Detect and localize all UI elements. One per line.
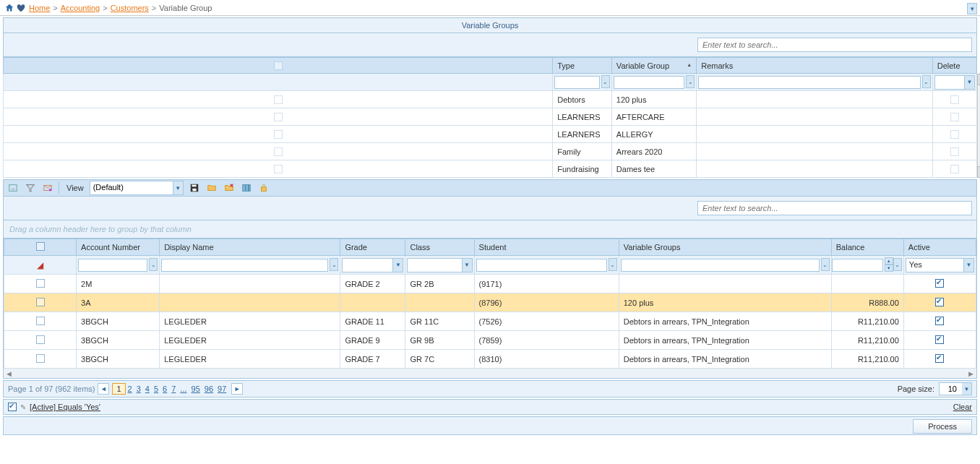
filter-icon[interactable]: ⌄ [601,75,610,88]
col-active[interactable]: Active [903,239,976,256]
filter-enabled-checkbox[interactable] [8,403,17,411]
pager-page-96[interactable]: 96 [202,384,215,393]
cell-delete[interactable] [932,160,976,178]
lower-search-input[interactable] [697,201,972,215]
pager-prev-icon[interactable]: ◄ [98,383,109,395]
upper-search-input[interactable] [697,38,972,52]
pager-page-95[interactable]: 95 [189,384,202,393]
breadcrumb-accounting[interactable]: Accounting [61,4,100,12]
upper-filter-delete: ▼ [932,74,976,91]
home-icon[interactable] [4,3,14,13]
save-icon[interactable] [188,181,201,194]
lower-checkbox-header[interactable] [4,239,77,256]
row-checkbox[interactable] [4,91,553,108]
filter-account-input[interactable] [78,259,147,272]
filter-student-input[interactable] [476,259,607,272]
filter-icon[interactable]: ⌄ [149,258,158,271]
scroll-track[interactable] [977,85,980,166]
pager-page-4[interactable]: 4 [143,384,152,393]
col-type[interactable]: Type [553,58,612,74]
process-button[interactable]: Process [913,419,972,434]
horizontal-scroll[interactable]: ◄► [3,369,977,379]
row-checkbox[interactable] [4,160,553,178]
cell-active[interactable] [903,312,976,331]
columns-icon[interactable] [240,181,253,194]
filter-active-dd[interactable]: Yes▼ [906,258,974,272]
cell-delete[interactable] [932,126,976,143]
filter-icon[interactable]: ⌄ [821,258,830,271]
row-checkbox[interactable] [4,331,77,350]
lock-icon[interactable] [257,181,270,194]
col-grade[interactable]: Grade [340,239,405,256]
col-variable-group[interactable]: Variable Group▲ [611,58,696,74]
scroll-down-icon[interactable]: ▼ [977,166,980,178]
pager-page-2[interactable]: 2 [126,384,134,393]
col-student[interactable]: Student [474,239,619,256]
folder-delete-icon[interactable] [223,181,236,194]
col-variable-groups[interactable]: Variable Groups [619,239,831,256]
row-checkbox[interactable] [4,293,77,312]
filter-type-input[interactable] [554,76,600,89]
row-checkbox[interactable] [4,312,77,331]
cell-delete[interactable] [932,108,976,126]
cell-active[interactable] [903,331,976,350]
clear-filters-icon[interactable]: ◢ [4,256,77,275]
filter-vg-input[interactable] [614,76,684,89]
row-checkbox[interactable] [4,108,553,126]
filter-icon[interactable]: ⌄ [609,258,617,271]
col-account-number[interactable]: Account Number [77,239,160,256]
col-display-name[interactable]: Display Name [160,239,340,256]
cell-active[interactable] [903,293,976,312]
filter-icon[interactable]: ⌄ [893,258,902,271]
upper-filter-vg: ⌄ [611,74,696,91]
folder-icon[interactable] [205,181,218,194]
col-delete[interactable]: Delete [932,58,976,74]
upper-filter-type: ⌄ [553,74,612,91]
filter-grade-dd[interactable]: ▼ [342,258,403,272]
filter-balance-input[interactable] [832,259,883,272]
upper-checkbox-header[interactable] [4,58,553,74]
cell-active[interactable] [903,350,976,369]
row-checkbox[interactable] [4,126,553,143]
pager-page-7[interactable]: 7 [169,384,178,393]
row-checkbox[interactable] [4,275,77,293]
filter-icon[interactable]: ⌄ [686,75,695,88]
pager-page-6[interactable]: 6 [160,384,169,393]
scroll-up-icon[interactable]: ▲ [977,74,980,85]
row-checkbox[interactable] [4,143,553,160]
pager-page-97[interactable]: 97 [215,384,228,393]
funnel-icon[interactable] [24,181,37,194]
cell-delete[interactable] [932,91,976,108]
col-class[interactable]: Class [405,239,474,256]
filter-edit-icon[interactable]: ✎ [20,403,26,411]
pager-page-5[interactable]: 5 [152,384,160,393]
cell-delete[interactable] [932,143,976,160]
filter-name-input[interactable] [161,259,328,272]
filter-expression[interactable]: [Active] Equals 'Yes' [30,403,100,411]
expand-toggle-icon[interactable]: ▾ [967,3,977,14]
spin-up-icon[interactable]: ▲ [885,257,893,265]
pager-page-3[interactable]: 3 [134,384,143,393]
col-remarks[interactable]: Remarks [697,58,933,74]
spin-down-icon[interactable]: ▼ [885,265,893,272]
filter-class-dd[interactable]: ▼ [407,258,472,272]
breadcrumb-customers[interactable]: Customers [111,4,149,12]
clear-filter-link[interactable]: Clear [953,403,972,411]
filter-vg-input[interactable] [621,259,820,272]
mail-icon[interactable] [41,181,54,194]
pager-next-icon[interactable]: ► [231,383,243,395]
col-balance[interactable]: Balance [831,239,903,256]
group-panel[interactable]: Drag a column header here to group by th… [3,220,977,239]
pager-page-1[interactable]: 1 [112,383,125,395]
page-size-dd-icon[interactable]: ▼ [962,382,972,395]
filter-delete-dd[interactable]: ▼ [934,75,975,90]
filter-icon[interactable]: ⌄ [922,75,931,88]
favorite-icon[interactable] [16,3,26,13]
breadcrumb-home[interactable]: Home [29,4,50,12]
cell-active[interactable] [903,275,976,293]
view-select[interactable]: (Default)▼ [90,181,184,195]
export-icon[interactable] [7,181,20,194]
row-checkbox[interactable] [4,350,77,369]
filter-remarks-input[interactable] [698,76,921,89]
filter-icon[interactable]: ⌄ [330,258,338,271]
